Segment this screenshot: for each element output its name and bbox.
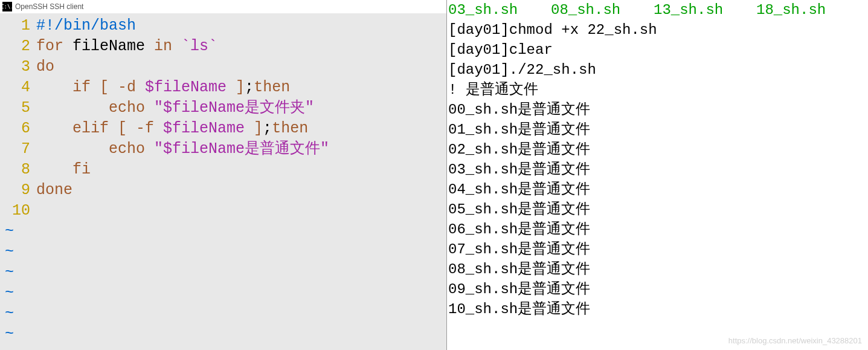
empty-line: ~ (0, 242, 446, 262)
code-content[interactable]: #!/bin/bash (36, 16, 446, 36)
editor-pane: C:\. OpenSSH SSH client 1#!/bin/bash2for… (0, 0, 447, 350)
terminal-line: ! 是普通文件 (448, 80, 867, 100)
terminal-output-line: 08_sh.sh是普通文件 (448, 259, 867, 279)
terminal-output-line: 09_sh.sh是普通文件 (448, 279, 867, 299)
empty-line: ~ (0, 324, 446, 345)
code-content[interactable] (36, 201, 446, 221)
code-content[interactable]: if [ -d $fileName ];then (36, 77, 446, 98)
code-line[interactable]: 9done (0, 180, 446, 201)
line-number: 7 (0, 139, 36, 160)
code-line[interactable]: 7 echo "$fileName是普通文件" (0, 139, 446, 160)
empty-line: ~ (0, 283, 446, 303)
code-content[interactable]: fi (36, 160, 446, 180)
terminal-output-line: 07_sh.sh是普通文件 (448, 239, 867, 259)
line-number: 9 (0, 180, 36, 201)
line-number: 3 (0, 57, 36, 77)
code-content[interactable]: echo "$fileName是普通文件" (36, 139, 446, 160)
terminal-output-line: 10_sh.sh是普通文件 (448, 299, 867, 319)
empty-line: ~ (0, 221, 446, 242)
code-content[interactable]: for fileName in `ls` (36, 36, 446, 57)
line-number: 2 (0, 36, 36, 57)
code-line[interactable]: 5 echo "$fileName是文件夹" (0, 98, 446, 118)
code-content[interactable]: elif [ -f $fileName ];then (36, 118, 446, 139)
terminal-line: [day01]./22_sh.sh (448, 60, 867, 80)
code-content[interactable]: done (36, 180, 446, 201)
line-number: 1 (0, 16, 36, 36)
terminal-output-line: 04_sh.sh是普通文件 (448, 180, 867, 199)
terminal-output-line: 02_sh.sh是普通文件 (448, 140, 867, 160)
code-content[interactable]: do (36, 57, 446, 77)
terminal-icon: C:\. (2, 2, 12, 11)
terminal-line: [day01]chmod +x 22_sh.sh (448, 20, 867, 40)
terminal-line: [day01]clear (448, 40, 867, 60)
terminal-pane[interactable]: 03_sh.sh08_sh.sh13_sh.sh18_sh.sh[day01]c… (447, 0, 868, 350)
empty-line: ~ (0, 262, 446, 283)
terminal-output-line: 01_sh.sh是普通文件 (448, 120, 867, 140)
code-line[interactable]: 1#!/bin/bash (0, 16, 446, 36)
terminal-output-line: 03_sh.sh是普通文件 (448, 160, 867, 180)
line-number: 10 (0, 201, 36, 221)
code-content[interactable]: echo "$fileName是文件夹" (36, 98, 446, 118)
code-editor[interactable]: 1#!/bin/bash2for fileName in `ls`3do4 if… (0, 13, 446, 350)
line-number: 5 (0, 98, 36, 118)
line-number: 8 (0, 160, 36, 180)
terminal-output-line: 06_sh.sh是普通文件 (448, 219, 867, 239)
code-line[interactable]: 8 fi (0, 160, 446, 180)
line-number: 4 (0, 77, 36, 98)
code-line[interactable]: 4 if [ -d $fileName ];then (0, 77, 446, 98)
window-title: OpenSSH SSH client (15, 2, 83, 11)
line-number: 6 (0, 118, 36, 139)
code-line[interactable]: 10 (0, 201, 446, 221)
terminal-output-line: 00_sh.sh是普通文件 (448, 100, 867, 120)
terminal-output-line: 05_sh.sh是普通文件 (448, 199, 867, 219)
code-line[interactable]: 6 elif [ -f $fileName ];then (0, 118, 446, 139)
code-line[interactable]: 3do (0, 57, 446, 77)
ls-row: 03_sh.sh08_sh.sh13_sh.sh18_sh.sh (448, 0, 867, 20)
window-titlebar[interactable]: C:\. OpenSSH SSH client (0, 0, 446, 13)
empty-line: ~ (0, 303, 446, 324)
code-line[interactable]: 2for fileName in `ls` (0, 36, 446, 57)
